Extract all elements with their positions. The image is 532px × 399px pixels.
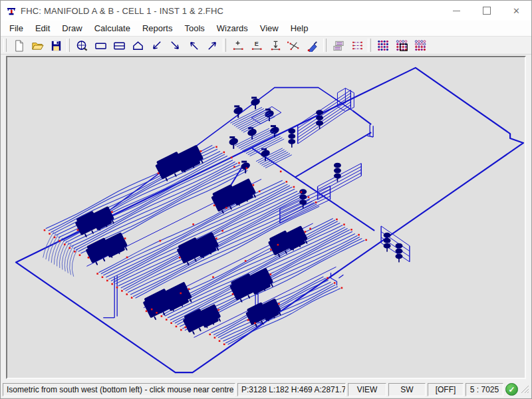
maximize-button[interactable] [471,1,501,21]
sprinkler-grid-partial-icon [414,39,428,52]
open-folder-button[interactable] [28,37,47,54]
view-elevation-icon [112,39,126,52]
isometric-pipe-drawing [7,57,525,378]
copy-pipe-group-button[interactable] [329,37,348,54]
status-counter: 5 : 7025 [466,383,503,396]
sprinkler-grid-all-icon [376,39,390,52]
menu-tools[interactable]: Tools [178,22,210,35]
close-icon: ✕ [513,6,520,16]
draw-pipe-icon [306,39,320,52]
menu-view[interactable]: View [254,22,285,35]
sprinkler-icon [6,5,17,16]
sprinkler-grid-select-icon [395,39,409,52]
svg-text:E: E [254,40,258,47]
toolbar-grip[interactable] [368,39,371,52]
view-3d-button[interactable] [128,37,147,54]
view-plan-button[interactable] [91,37,110,54]
window-title: FHC: MANIFOLD A & B - CELL 1 - INST 1 & … [21,6,223,16]
rotate-view-se-icon [168,39,182,52]
sprinkler-grid-all-button[interactable] [374,37,392,54]
pipe-elevation-button[interactable]: E [247,37,266,54]
status-bar: Isometric from south west (bottom left) … [1,380,531,398]
status-layer-state[interactable]: [OFF] [428,383,464,396]
canvas-area [1,55,531,380]
app-window: FHC: MANIFOLD A & B - CELL 1 - INST 1 & … [0,0,532,399]
rotate-view-se-button[interactable] [166,37,184,54]
zoom-extents-button[interactable] [72,37,91,54]
status-geometry: P:3128 L:182 H:469 A:2871.7m2 [237,383,346,396]
save-icon [49,39,63,52]
menu-wizards[interactable]: Wizards [211,22,254,35]
close-button[interactable]: ✕ [501,1,531,21]
draw-pipe-button[interactable] [303,37,322,54]
add-pipe-node-icon [231,39,245,52]
add-pipe-node-button[interactable] [229,37,247,54]
rotate-view-ne-icon [205,39,219,52]
menu-file[interactable]: File [3,22,29,35]
new-document-button[interactable] [9,37,28,54]
delete-pipe-icon [287,39,301,52]
view-plan-icon [94,39,108,52]
minimize-icon [453,11,460,11]
drawing-canvas[interactable] [6,56,526,379]
pipe-schedule-button[interactable] [348,37,366,54]
pipe-schedule-icon [350,39,364,52]
open-folder-icon [31,39,45,52]
status-orientation[interactable]: SW [388,383,426,396]
ok-check-icon: ✓ [505,383,518,396]
status-message: Isometric from south west (bottom left) … [3,383,235,396]
view-3d-icon [131,39,145,52]
rotate-view-nw-button[interactable] [184,37,203,54]
menu-bar: FileEditDrawCalculateReportsToolsWizards… [1,21,531,37]
toolbar: E [1,37,531,55]
drop-pipe-button[interactable] [266,37,285,54]
sprinkler-grid-select-button[interactable] [392,37,411,54]
pipe-elevation-icon: E [250,39,264,52]
menu-reports[interactable]: Reports [136,22,179,35]
toolbar-grip[interactable] [323,39,327,52]
toolbar-grip[interactable] [66,39,70,52]
maximize-icon [483,7,491,15]
sprinkler-grid-partial-button[interactable] [411,37,430,54]
menu-edit[interactable]: Edit [29,22,56,35]
view-elevation-button[interactable] [110,37,128,54]
minimize-button[interactable] [442,1,471,21]
zoom-extents-icon [75,39,89,52]
rotate-view-sw-icon [150,39,164,52]
drop-pipe-icon [269,39,283,52]
menu-draw[interactable]: Draw [56,22,88,35]
copy-pipe-group-icon [332,39,346,52]
title-bar: FHC: MANIFOLD A & B - CELL 1 - INST 1 & … [1,1,531,21]
rotate-view-nw-icon [187,39,201,52]
menu-help[interactable]: Help [285,22,315,35]
rotate-view-sw-button[interactable] [147,37,166,54]
new-document-icon [12,39,26,52]
delete-pipe-button[interactable] [285,37,303,54]
save-button[interactable] [47,37,65,54]
resize-grip[interactable] [521,385,529,394]
toolbar-grip[interactable] [3,39,7,52]
menu-calculate[interactable]: Calculate [88,22,136,35]
status-view-mode[interactable]: VIEW [348,383,386,396]
rotate-view-ne-button[interactable] [203,37,221,54]
toolbar-grip[interactable] [223,39,226,52]
